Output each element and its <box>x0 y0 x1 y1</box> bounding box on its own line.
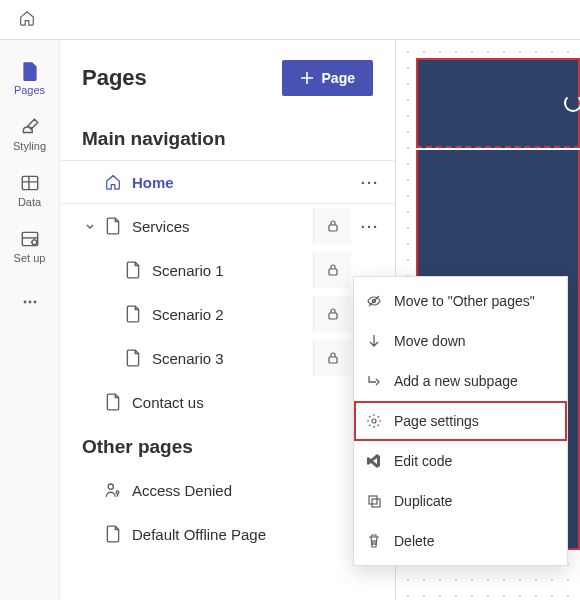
svg-point-5 <box>33 301 36 304</box>
eye-off-icon <box>366 293 382 309</box>
svg-rect-6 <box>329 225 337 231</box>
tree-scenario1-label: Scenario 1 <box>152 262 313 279</box>
tree-home-label: Home <box>132 174 351 191</box>
menu-delete-label: Delete <box>394 533 434 549</box>
trash-icon <box>366 533 382 549</box>
svg-rect-15 <box>372 499 380 507</box>
menu-delete[interactable]: Delete <box>354 521 567 561</box>
section-main-nav: Main navigation <box>60 116 395 160</box>
svg-rect-1 <box>22 232 37 245</box>
section-other-pages: Other pages <box>60 424 395 468</box>
gear-icon <box>366 413 382 429</box>
duplicate-icon <box>366 493 382 509</box>
tree-default-offline[interactable]: Default Offline Page <box>60 512 395 556</box>
svg-rect-14 <box>369 496 377 504</box>
new-page-button[interactable]: Page <box>282 60 373 96</box>
menu-page-settings-label: Page settings <box>394 413 479 429</box>
svg-point-4 <box>28 301 31 304</box>
rail-setup[interactable]: Set up <box>0 218 60 274</box>
left-rail: Pages Styling Data Set up <box>0 40 60 600</box>
tree-access-denied-label: Access Denied <box>132 482 389 499</box>
rail-pages-label: Pages <box>14 84 45 96</box>
svg-point-10 <box>108 484 113 489</box>
tree-scenario2-label: Scenario 2 <box>152 306 313 323</box>
menu-duplicate-label: Duplicate <box>394 493 452 509</box>
page-icon <box>104 525 122 543</box>
canvas-header-block[interactable] <box>416 58 580 148</box>
rail-data-label: Data <box>18 196 41 208</box>
rail-styling[interactable]: Styling <box>0 106 60 162</box>
lock-icon[interactable] <box>313 252 351 288</box>
menu-page-settings[interactable]: Page settings <box>354 401 567 441</box>
svg-point-13 <box>372 419 376 423</box>
lock-icon[interactable] <box>313 340 351 376</box>
page-icon <box>104 393 122 411</box>
tree-scenario-1[interactable]: Scenario 1 <box>60 248 395 292</box>
tree-home[interactable]: Home ··· <box>60 160 395 204</box>
menu-move-down[interactable]: Move down <box>354 321 567 361</box>
rail-pages[interactable]: Pages <box>0 50 60 106</box>
home-icon[interactable] <box>18 9 36 30</box>
home-icon <box>104 173 122 191</box>
menu-add-subpage[interactable]: Add a new subpage <box>354 361 567 401</box>
lock-icon[interactable] <box>313 296 351 332</box>
subpage-icon <box>366 373 382 389</box>
new-page-label: Page <box>322 70 355 86</box>
svg-point-11 <box>116 491 119 494</box>
panel-title: Pages <box>82 65 147 91</box>
svg-rect-7 <box>329 269 337 275</box>
rail-styling-label: Styling <box>13 140 46 152</box>
top-bar <box>0 0 580 40</box>
menu-duplicate[interactable]: Duplicate <box>354 481 567 521</box>
tree-contact-label: Contact us <box>132 394 389 411</box>
arrow-down-icon <box>366 333 382 349</box>
tree-default-offline-label: Default Offline Page <box>132 526 389 543</box>
more-icon[interactable]: ··· <box>351 208 389 244</box>
svg-rect-8 <box>329 313 337 319</box>
menu-edit-code-label: Edit code <box>394 453 452 469</box>
svg-point-3 <box>23 301 26 304</box>
svg-rect-0 <box>22 176 37 189</box>
tree-scenario-2[interactable]: Scenario 2 <box>60 292 395 336</box>
page-icon <box>104 217 122 235</box>
menu-edit-code[interactable]: Edit code <box>354 441 567 481</box>
menu-move-down-label: Move down <box>394 333 466 349</box>
tree-services[interactable]: Services ··· <box>60 204 395 248</box>
svg-rect-9 <box>329 357 337 363</box>
tree-scenario3-label: Scenario 3 <box>152 350 313 367</box>
more-icon[interactable]: ··· <box>351 164 389 200</box>
chevron-down-icon[interactable] <box>82 220 98 232</box>
tree-services-label: Services <box>132 218 313 235</box>
menu-move-other[interactable]: Move to "Other pages" <box>354 281 567 321</box>
tree-access-denied[interactable]: Access Denied <box>60 468 395 512</box>
rail-more[interactable] <box>0 274 60 330</box>
page-icon <box>124 305 142 323</box>
loading-spinner-icon <box>564 94 580 112</box>
page-icon <box>124 261 142 279</box>
page-icon <box>124 349 142 367</box>
vscode-icon <box>366 453 382 469</box>
svg-point-2 <box>31 240 36 245</box>
tree-contact[interactable]: Contact us <box>60 380 395 424</box>
menu-move-other-label: Move to "Other pages" <box>394 293 535 309</box>
lock-icon[interactable] <box>313 208 351 244</box>
rail-setup-label: Set up <box>14 252 46 264</box>
pages-panel: Pages Page Main navigation Home ··· Serv… <box>60 40 396 600</box>
rail-data[interactable]: Data <box>0 162 60 218</box>
plus-icon <box>300 71 314 85</box>
menu-add-subpage-label: Add a new subpage <box>394 373 518 389</box>
person-key-icon <box>104 481 122 499</box>
tree-scenario-3[interactable]: Scenario 3 <box>60 336 395 380</box>
context-menu: Move to "Other pages" Move down Add a ne… <box>353 276 568 566</box>
